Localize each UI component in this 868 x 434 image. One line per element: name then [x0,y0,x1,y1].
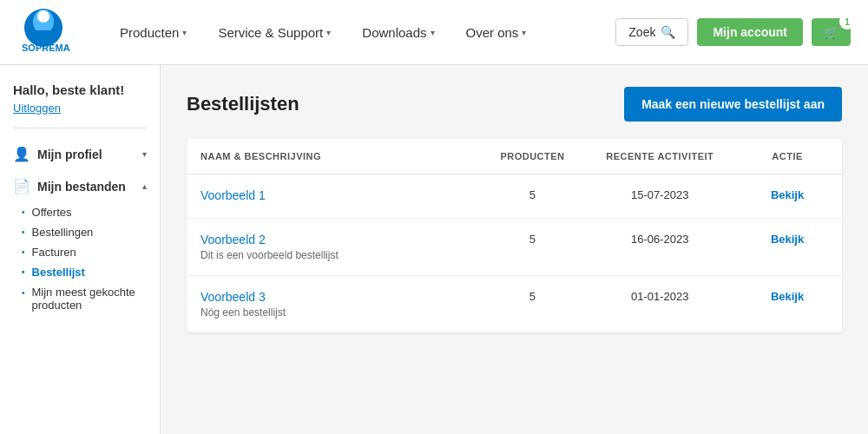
col-naam: NAAM & BESCHRIJVING [187,139,478,174]
item-desc-2: Dit is een voorbeeld bestellijst [201,249,339,261]
bullet-icon: • [22,267,25,277]
col-activiteit: RECENTE ACTIVITEIT [587,139,733,174]
item-desc-3: Nóg een bestellijst [201,306,286,319]
sidebar-item-bestellingen[interactable]: • Bestellingen [22,222,147,242]
main-layout: Hallo, beste klant! Uitloggen 👤 Mijn pro… [0,65,868,434]
sidebar-greeting: Hallo, beste klant! [13,82,147,97]
bullet-icon: • [22,207,25,217]
page-title: Bestellijsten [187,93,299,115]
bekijk-link-1[interactable]: Bekijk [771,188,804,201]
sidebar-bestanden-label: Mijn bestanden [37,180,142,194]
main-nav: Producten ▾ Service & Support ▾ Download… [104,0,615,65]
user-icon: 👤 [13,146,30,162]
svg-text:SOPREMA: SOPREMA [22,43,70,53]
col-producten: PRODUCTEN [478,139,588,174]
search-icon: 🔍 [661,25,675,39]
sidebar-item-offertes[interactable]: • Offertes [22,202,147,222]
logo[interactable]: SOPREMA [17,6,78,58]
cell-activiteit-1: 15-07-2023 [587,174,733,219]
cell-producten-2: 5 [478,219,588,276]
cell-naam-3: Voorbeeld 3 Nóg een bestellijst [187,276,478,333]
chevron-up-icon: ▴ [142,181,147,191]
bekijk-link-2[interactable]: Bekijk [771,233,804,246]
cell-naam-1: Voorbeeld 1 [187,174,478,219]
chevron-down-icon: ▾ [431,28,435,37]
logout-link[interactable]: Uitloggen [13,102,61,115]
my-account-button[interactable]: Mijn account [697,18,803,46]
content-header: Bestellijsten Maak een nieuwe bestellijs… [187,87,842,122]
table-body: Voorbeeld 1 5 15-07-2023 Bekijk Voorbeel… [187,174,842,333]
document-icon: 📄 [13,178,30,194]
search-button[interactable]: Zoek 🔍 [615,18,688,46]
nav-over-ons[interactable]: Over ons ▾ [450,0,542,65]
cell-producten-1: 5 [478,174,588,219]
cart-icon: 🛒 [824,25,838,39]
bullet-icon: • [22,288,25,298]
cell-naam-2: Voorbeeld 2 Dit is een voorbeeld bestell… [187,219,478,276]
sidebar-profiel-header[interactable]: 👤 Mijn profiel ▾ [13,141,147,167]
sidebar: Hallo, beste klant! Uitloggen 👤 Mijn pro… [0,65,161,434]
sidebar-profiel-label: Mijn profiel [37,148,142,161]
nav-producten[interactable]: Producten ▾ [104,0,202,65]
chevron-down-icon: ▾ [522,28,526,37]
bekijk-link-3[interactable]: Bekijk [771,290,804,303]
bullet-icon: • [22,247,25,257]
sidebar-item-bestellijst[interactable]: • Bestellijst [22,262,147,282]
bullet-icon: • [22,227,25,237]
nav-service-support[interactable]: Service & Support ▾ [202,0,346,65]
item-name-link-3[interactable]: Voorbeeld 3 [201,290,464,304]
nav-downloads[interactable]: Downloads ▾ [346,0,450,65]
sidebar-bestanden-header[interactable]: 📄 Mijn bestanden ▴ [13,174,147,199]
table-row: Voorbeeld 1 5 15-07-2023 Bekijk [187,174,842,219]
table-row: Voorbeeld 2 Dit is een voorbeeld bestell… [187,219,842,276]
new-list-button[interactable]: Maak een nieuwe bestellijst aan [624,87,842,122]
chevron-down-icon: ▾ [182,28,187,37]
sidebar-item-meest-gekocht[interactable]: • Mijn meest gekochte producten [22,282,147,315]
bestellijsten-table-card: NAAM & BESCHRIJVING PRODUCTEN RECENTE AC… [187,139,842,332]
table-row: Voorbeeld 3 Nóg een bestellijst 5 01-01-… [187,276,842,333]
item-name-link-2[interactable]: Voorbeeld 2 [201,233,464,247]
sidebar-divider [13,128,147,128]
cell-producten-3: 5 [478,276,588,333]
sidebar-item-facturen[interactable]: • Facturen [22,242,147,262]
header-actions: Zoek 🔍 Mijn account 🛒 1 [615,18,851,46]
sidebar-bestanden-items: • Offertes • Bestellingen • Facturen • B… [13,202,147,315]
chevron-down-icon: ▾ [142,149,147,159]
item-name-link-1[interactable]: Voorbeeld 1 [201,188,464,202]
bestellijsten-table: NAAM & BESCHRIJVING PRODUCTEN RECENTE AC… [187,139,842,332]
cell-actie-1: Bekijk [733,174,842,219]
header: SOPREMA Producten ▾ Service & Support ▾ … [0,0,868,65]
cart-button[interactable]: 🛒 1 [812,18,851,46]
cell-activiteit-2: 16-06-2023 [587,219,733,276]
cell-actie-3: Bekijk [733,276,842,333]
cell-actie-2: Bekijk [733,219,842,276]
sidebar-section-profiel: 👤 Mijn profiel ▾ [13,141,147,167]
svg-point-2 [37,10,49,23]
cart-badge: 1 [839,14,855,30]
table-header-row: NAAM & BESCHRIJVING PRODUCTEN RECENTE AC… [187,139,842,174]
col-actie: ACTIE [733,139,842,174]
chevron-down-icon: ▾ [326,28,331,37]
cell-activiteit-3: 01-01-2023 [587,276,733,333]
sidebar-section-bestanden: 📄 Mijn bestanden ▴ • Offertes • Bestelli… [13,174,147,315]
main-content: Bestellijsten Maak een nieuwe bestellijs… [161,65,868,434]
